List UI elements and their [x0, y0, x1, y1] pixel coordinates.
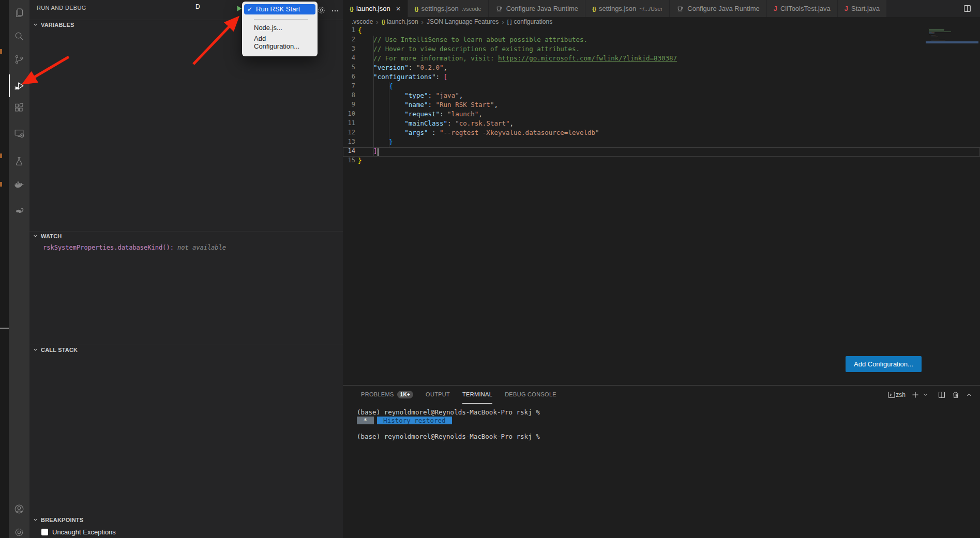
breadcrumb-label: .vscode [352, 18, 373, 25]
line-content: "args" : "--regtest -Xkeyvalue.datasourc… [358, 129, 599, 136]
activity-testing[interactable] [9, 150, 29, 173]
line-content: "name": "Run RSK Start", [358, 101, 498, 109]
activity-bar [9, 0, 29, 538]
minimap-line [928, 40, 945, 40]
panel-tab-output[interactable]: OUTPUT [426, 386, 450, 404]
activity-run-and-debug[interactable] [9, 74, 29, 97]
section-call-stack: CALL STACK [29, 345, 343, 354]
trash-icon [952, 391, 960, 399]
terminal-output[interactable]: (base) reynoldmorel@Reynolds-MacBook-Pro… [357, 408, 540, 440]
panel-tab-debug-console[interactable]: DEBUG CONSOLE [505, 386, 556, 404]
tab-launch-json[interactable]: {}launch.json× [343, 0, 408, 17]
activity-manage[interactable] [9, 521, 29, 538]
activity-gradle[interactable] [9, 199, 29, 222]
code-line: 7 { [343, 82, 980, 91]
line-content: // Hover to view descriptions of existin… [358, 45, 580, 53]
tab-label: launch.json [356, 5, 390, 12]
terminal-shell-button[interactable]: zsh [887, 391, 906, 399]
line-content: { [358, 26, 362, 34]
breadcrumb-item[interactable]: .vscode [352, 18, 373, 25]
chevron-down-icon [922, 391, 929, 398]
line-content: ] [358, 147, 378, 155]
activity-docker[interactable] [9, 173, 29, 196]
section-header[interactable]: CALL STACK [29, 345, 343, 354]
tab-label: settings.json [599, 5, 636, 12]
code-line: 15} [343, 157, 980, 166]
add-configuration-button[interactable]: Add Configuration... [846, 356, 922, 372]
checkmark-icon: ✓ [247, 6, 252, 13]
tab-settings-json-vscode[interactable]: {}settings.json.vscode [408, 0, 489, 17]
gear-icon [13, 527, 25, 538]
maximize-panel-button[interactable] [966, 391, 973, 398]
line-number: 3 [343, 45, 355, 52]
dropdown-item-add-configuration[interactable]: Add Configuration... [244, 33, 315, 52]
activity-explorer[interactable] [9, 2, 29, 24]
code-line: 3 // Hover to view descriptions of exist… [343, 45, 980, 54]
edge-decoration [0, 49, 2, 54]
section-label: BREAKPOINTS [41, 517, 83, 523]
split-editor-button[interactable] [955, 0, 980, 17]
line-number: 7 [343, 82, 355, 89]
section-header[interactable]: BREAKPOINTS [29, 515, 343, 524]
line-content: } [358, 157, 362, 164]
line-number: 14 [343, 147, 355, 155]
activity-accounts[interactable] [9, 498, 29, 520]
line-number: 1 [343, 26, 355, 34]
editor-group: {}launch.json×{}settings.json.vscodeConf… [343, 0, 980, 538]
tab-label: settings.json [421, 5, 458, 12]
panel-tab-problems[interactable]: PROBLEMS1K+ [361, 386, 413, 404]
line-content: { [358, 82, 393, 90]
breakpoint-row: Uncaught Exceptions [41, 528, 343, 536]
breadcrumb-item[interactable]: [ ]configurations [507, 18, 552, 25]
dropdown-items: Node.js...Add Configuration... [244, 22, 315, 52]
close-icon[interactable]: × [396, 5, 401, 12]
debug-sidebar: RUN AND DEBUG D VARIABLESWATCHrskSystemP… [29, 0, 343, 538]
section-label: WATCH [41, 233, 62, 239]
panel-tab-label: DEBUG CONSOLE [505, 391, 556, 397]
dropdown-item-node-js[interactable]: Node.js... [244, 22, 315, 33]
line-content: // Use IntelliSense to learn about possi… [358, 36, 587, 43]
tab-configure-java-runtime-2[interactable]: Configure Java Runtime [670, 0, 766, 17]
activity-search[interactable] [9, 25, 29, 48]
breadcrumb-item[interactable]: JSON Language Features [427, 18, 499, 25]
code-editor[interactable]: 1{2 // Use IntelliSense to learn about p… [343, 26, 980, 385]
kill-terminal-button[interactable] [952, 391, 960, 399]
activity-extensions[interactable] [9, 96, 29, 119]
tab-start-java[interactable]: JStart.java [838, 0, 887, 17]
panel-tab-terminal[interactable]: TERMINAL [462, 386, 492, 404]
breadcrumb-label: JSON Language Features [427, 18, 499, 25]
minimap[interactable] [928, 28, 977, 52]
code-line: 4 // For more information, visit: https:… [343, 54, 980, 64]
terminal-launch-dropdown[interactable] [922, 391, 929, 398]
tab-configure-java-runtime-1[interactable]: Configure Java Runtime [489, 0, 585, 17]
activity-remote-explorer[interactable] [9, 122, 29, 145]
activity-source-control[interactable] [9, 48, 29, 71]
new-terminal-button[interactable] [911, 391, 919, 399]
line-content: "type": "java", [358, 91, 463, 99]
breadcrumb-item[interactable]: {}launch.json [382, 18, 418, 25]
line-content: "mainClass": "co.rsk.Start", [358, 119, 514, 127]
tab-row: {}launch.json×{}settings.json.vscodeConf… [343, 0, 887, 17]
uncaught-exceptions-checkbox[interactable] [41, 529, 48, 535]
tab-description: ~/.../User [639, 6, 662, 12]
history-restored-chip: History restored [377, 417, 452, 424]
split-terminal-button[interactable] [938, 391, 946, 399]
dropdown-item-run-rsk-start[interactable]: ✓ Run RSK Start [244, 4, 315, 14]
java-file-icon: J [845, 5, 848, 12]
views-more-actions-button[interactable] [331, 7, 339, 15]
watch-expression[interactable]: rskSystemProperties.databaseKind(): not … [43, 244, 343, 251]
code-line: 2 // Use IntelliSense to learn about pos… [343, 36, 980, 45]
code-line: 5 "version": "0.2.0", [343, 64, 980, 73]
line-number: 8 [343, 91, 355, 99]
edge-decoration [0, 153, 2, 158]
line-number: 10 [343, 110, 355, 117]
watch-expression-name: rskSystemProperties.databaseKind(): [43, 244, 177, 251]
open-launch-json-button[interactable] [316, 5, 326, 15]
tab-label: Configure Java Runtime [687, 5, 759, 12]
code-line: 6 "configurations": [ [343, 73, 980, 82]
json-file-icon: {} [350, 6, 353, 12]
tab-settings-json-user[interactable]: {}settings.json~/.../User [585, 0, 670, 17]
section-header[interactable]: WATCH [29, 231, 343, 240]
tab-clitoolstest-java[interactable]: JCliToolsTest.java [767, 0, 838, 17]
java-file-icon: J [774, 5, 777, 12]
